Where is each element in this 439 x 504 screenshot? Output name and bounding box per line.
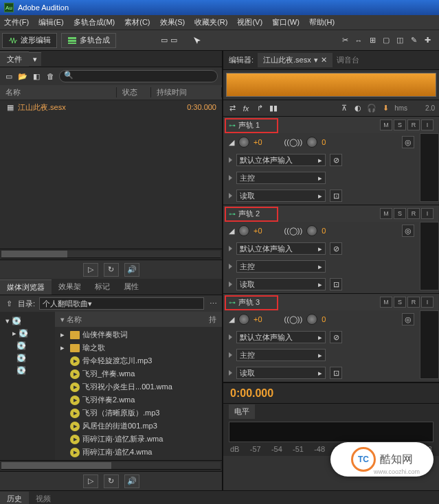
tree-item[interactable]: 💽 [3,364,52,376]
list-item[interactable]: ▸瑜之歌 [55,341,222,354]
menu-effects[interactable]: 效果(S) [160,17,185,27]
track-name[interactable]: 声轨 2 [238,209,260,219]
close-icon[interactable]: ✕ [321,56,327,65]
files-tab[interactable]: 文件 [0,51,29,67]
tool-marquee-icon[interactable]: ▢ [381,36,391,45]
loop-button[interactable]: ↻ [104,263,119,277]
record-button[interactable]: R [407,119,420,130]
volume-knob[interactable] [238,225,249,236]
list-item[interactable]: 飞羽伴奏2.wma [55,393,222,406]
output-select[interactable]: 主控▸ [236,260,326,273]
file-row[interactable]: ▦ 江山此夜.sesx 0:30.000 [0,100,222,114]
tool-razor-icon[interactable]: ✂ [340,36,350,45]
expand-icon[interactable] [229,193,232,198]
loop-button[interactable]: ↻ [104,474,119,488]
list-item[interactable]: 雨碎江南·追忆4.wma [55,446,222,459]
output-select[interactable]: 主控▸ [236,172,326,184]
tree-item[interactable]: 💽 [3,339,52,352]
track-header[interactable]: ⊶声轨 1MSRI [223,117,439,133]
automation-config-button[interactable]: ⊡ [330,367,342,379]
menu-file[interactable]: 文件(F) [4,17,29,27]
monitor-button[interactable]: I [421,208,434,219]
chevron-down-icon[interactable]: ▾ [314,56,318,65]
files-hscroll[interactable] [0,249,222,260]
nav-up-icon[interactable]: ⇧ [4,299,14,308]
trash-icon[interactable]: 🗑 [45,71,55,81]
record-button[interactable]: R [407,208,420,219]
tab-history[interactable]: 历史 [0,492,29,504]
track-header[interactable]: ⊶声轨 3MSRI [223,294,439,310]
menu-window[interactable]: 窗口(W) [272,17,300,27]
track-header[interactable]: ⊶声轨 2MSRI [223,205,439,222]
tl-fx-icon[interactable]: fx [241,104,251,113]
play-button[interactable]: ▷ [83,263,98,277]
list-item[interactable]: 飞羽祝小炎生日...001.wma [55,380,222,393]
play-button[interactable]: ▷ [83,474,98,488]
pan-knob[interactable] [306,314,317,325]
browser-hscroll[interactable] [0,460,222,471]
col-status[interactable]: 状态 [117,87,151,98]
filter-icon[interactable]: ◧ [32,71,41,81]
mute-button[interactable]: M [380,297,392,308]
tool-time-icon[interactable]: ⊞ [368,36,377,45]
track-name[interactable]: 声轨 3 [238,297,260,308]
tab-markers[interactable]: 标记 [88,279,117,294]
shortcuts-icon[interactable]: ⋯ [208,299,218,308]
expand-icon[interactable] [229,370,232,376]
multitrack-mode-button[interactable]: 多轨合成 [61,33,116,48]
menu-multitrack[interactable]: 多轨合成(M) [74,17,115,27]
input-select[interactable]: 默认立体声输入▸ [236,154,326,166]
col-dur[interactable]: 持 [209,314,216,325]
col-name[interactable]: 名称 [0,87,117,98]
tab-video[interactable]: 视频 [29,492,58,504]
dir-select[interactable]: 个人翻唱歌曲▾ [39,297,204,310]
pan-value[interactable]: 0 [322,227,326,235]
timeline-overview[interactable] [223,70,439,100]
vol-value[interactable]: +0 [254,227,262,235]
list-item[interactable]: 飞羽_伴奏.wma [55,367,222,380]
expand-icon[interactable] [229,246,232,251]
automation-config-button[interactable]: ⊡ [330,278,342,290]
tree-item[interactable]: ▾ 💽 [3,314,52,327]
expand-icon[interactable] [229,157,232,163]
phase-button[interactable]: ◎ [402,313,414,325]
input-select[interactable]: 默认立体声输入▸ [236,242,326,255]
tool-lasso-icon[interactable]: ◫ [395,36,405,45]
list-item[interactable]: 骨伞轻旋渡忘川.mp3 [55,354,222,367]
list-item[interactable]: 雨碎江南·追忆新录.wma [55,433,222,446]
monitor-button[interactable]: I [421,119,434,130]
tab-properties[interactable]: 属性 [117,279,146,294]
mute-button[interactable]: M [380,119,392,130]
headphone-icon[interactable]: 🎧 [367,104,376,113]
input-select[interactable]: 默认立体声输入▸ [236,331,326,343]
tl-eq-icon[interactable]: ▮▮ [269,104,278,113]
autoplay-button[interactable]: 🔊 [124,474,139,488]
automation-config-button[interactable]: ⊡ [330,190,342,202]
input-config-button[interactable]: ⊘ [330,242,342,255]
tl-send-icon[interactable]: ↱ [255,104,264,113]
pan-knob[interactable] [306,137,317,148]
autoplay-button[interactable]: 🔊 [124,263,139,277]
record-button[interactable]: R [407,297,420,308]
phase-button[interactable]: ◎ [402,225,414,237]
input-config-button[interactable]: ⊘ [330,154,342,166]
monitor-button[interactable]: I [421,297,434,308]
expand-icon[interactable] [229,334,232,340]
tool-brush-icon[interactable]: ✎ [409,36,418,45]
tree-item[interactable]: ▸ 💽 [3,327,52,339]
mute-button[interactable]: M [380,208,392,219]
solo-button[interactable]: S [394,297,406,308]
list-item[interactable]: 风居住的街道001.mp3 [55,420,222,433]
expand-icon[interactable] [229,352,232,358]
marker-icon[interactable]: ⬇ [381,104,390,113]
waveform-mode-button[interactable]: 波形编辑 [2,33,57,48]
tool-spectral-icon[interactable]: ▭ [159,36,169,45]
pan-value[interactable]: 0 [322,138,326,146]
input-config-button[interactable]: ⊘ [330,331,342,343]
col-duration[interactable]: 持续时间 [151,87,222,98]
expand-icon[interactable] [229,264,232,269]
automation-select[interactable]: 读取▸ [236,278,326,290]
wrap-icon[interactable]: ◐ [353,104,363,113]
volume-knob[interactable] [238,314,249,325]
track-name[interactable]: 声轨 1 [238,120,260,130]
